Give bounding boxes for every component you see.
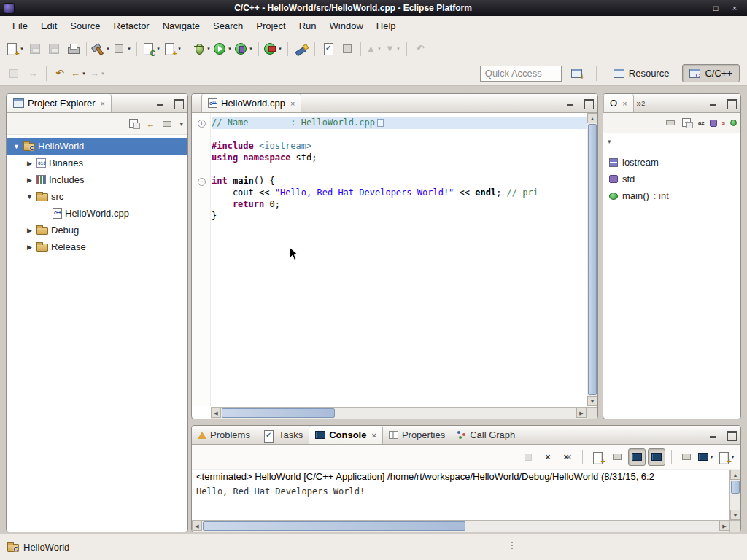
build-all-button[interactable]: ▾ bbox=[91, 39, 111, 58]
tree-item-src[interactable]: ▼ src bbox=[7, 188, 187, 205]
outline-item-iostream[interactable]: iostream bbox=[609, 154, 740, 171]
scroll-right-icon[interactable]: ▶ bbox=[576, 408, 587, 418]
run-button[interactable]: ▾ bbox=[213, 39, 233, 58]
window-maximize-button[interactable]: □ bbox=[711, 2, 721, 14]
tab-tasks[interactable]: Tasks bbox=[256, 426, 309, 444]
perspective-resource-button[interactable]: Resource bbox=[606, 64, 677, 82]
expander-icon[interactable]: ▼ bbox=[26, 193, 34, 201]
dropdown-caret-icon[interactable]: ▾ bbox=[227, 46, 233, 52]
open-perspective-button[interactable] bbox=[568, 64, 586, 83]
minimize-view-button[interactable] bbox=[708, 430, 719, 440]
dropdown-caret-icon[interactable]: ▾ bbox=[248, 46, 254, 52]
next-annotation-button[interactable]: ▼▾ bbox=[384, 39, 402, 58]
new-source-file-button[interactable]: ▾ bbox=[163, 39, 182, 58]
last-edit-location-nav-button[interactable]: ↶ bbox=[51, 64, 69, 83]
tree-item-release[interactable]: ▶ Release bbox=[7, 238, 187, 255]
save-all-button[interactable] bbox=[45, 39, 63, 58]
dropdown-caret-icon[interactable]: ▾ bbox=[81, 71, 87, 77]
scroll-right-icon[interactable]: ▶ bbox=[719, 521, 729, 531]
expander-icon[interactable]: ▼ bbox=[12, 143, 20, 150]
console-output[interactable]: Hello, Red Hat Developers World! bbox=[192, 484, 729, 520]
pin-editor-button[interactable] bbox=[5, 64, 23, 83]
scrollbar-thumb[interactable] bbox=[588, 124, 597, 395]
tab-helloworld-cpp[interactable]: HelloWorld.cpp × bbox=[201, 94, 301, 112]
menu-search[interactable]: Search bbox=[206, 18, 249, 34]
sort-icon[interactable]: az bbox=[698, 120, 704, 126]
dropdown-caret-icon[interactable]: ▾ bbox=[155, 46, 161, 52]
tab-overflow-button[interactable]: »2 bbox=[634, 94, 649, 112]
remove-launch-button[interactable]: × bbox=[539, 448, 557, 466]
perspective-cpp-button[interactable]: C/C++ bbox=[682, 64, 740, 82]
link-with-editor-icon[interactable]: ↔ bbox=[146, 119, 155, 129]
open-console-button[interactable]: ▾ bbox=[717, 448, 735, 466]
show-console-on-stdout-button[interactable] bbox=[628, 448, 646, 466]
dropdown-caret-icon[interactable]: ▾ bbox=[19, 46, 25, 52]
maximize-view-button[interactable] bbox=[726, 430, 737, 440]
tree-item-binaries[interactable]: ▶ Binaries bbox=[7, 155, 187, 171]
hide-non-public-icon[interactable] bbox=[730, 120, 737, 126]
dropdown-caret-icon[interactable]: ▾ bbox=[105, 46, 111, 52]
back-button[interactable]: ←▾ bbox=[70, 64, 88, 83]
tab-properties[interactable]: Properties bbox=[383, 426, 451, 444]
pin-console-button[interactable] bbox=[678, 448, 695, 466]
show-console-on-stderr-button[interactable] bbox=[648, 448, 665, 466]
scroll-left-icon[interactable]: ◀ bbox=[211, 408, 221, 418]
expander-icon[interactable]: ▶ bbox=[26, 176, 34, 184]
view-menu-icon[interactable]: ▾ bbox=[179, 120, 183, 128]
dropdown-caret-icon[interactable]: ▾ bbox=[100, 71, 106, 77]
menu-source[interactable]: Source bbox=[63, 18, 107, 34]
minimize-view-button[interactable] bbox=[565, 98, 576, 108]
scrollbar-thumb[interactable] bbox=[731, 481, 740, 494]
close-icon[interactable]: × bbox=[371, 431, 376, 440]
tree-item-helloworld[interactable]: ▼ HelloWorld bbox=[7, 138, 187, 155]
maximize-view-button[interactable] bbox=[726, 98, 737, 108]
bookmark-button[interactable] bbox=[338, 39, 356, 58]
tab-problems[interactable]: Problems bbox=[192, 426, 256, 444]
dropdown-caret-icon[interactable]: ▾ bbox=[126, 46, 132, 52]
build-config-button[interactable]: ▾ bbox=[112, 39, 132, 58]
save-button[interactable] bbox=[26, 39, 44, 58]
profile-button[interactable]: ▾ bbox=[234, 39, 254, 58]
tree-item-helloworld-cpp[interactable]: ▶ HelloWorld.cpp bbox=[7, 205, 187, 222]
open-task-button[interactable] bbox=[320, 39, 337, 58]
menu-edit[interactable]: Edit bbox=[34, 18, 63, 34]
search-button[interactable] bbox=[293, 39, 310, 58]
terminate-button[interactable] bbox=[519, 448, 537, 466]
clear-console-button[interactable] bbox=[589, 448, 606, 466]
menu-window[interactable]: Window bbox=[323, 18, 370, 34]
tree-item-debug[interactable]: ▶ Debug bbox=[7, 222, 187, 238]
dropdown-caret-icon[interactable]: ▾ bbox=[709, 454, 715, 460]
editor-horizontal-scrollbar[interactable]: ◀ ▶ bbox=[211, 407, 587, 419]
fold-expand-icon[interactable]: + bbox=[198, 120, 206, 128]
last-edit-location-button[interactable]: ↶ bbox=[411, 39, 429, 58]
scrollbar-thumb[interactable] bbox=[203, 521, 465, 531]
dropdown-caret-icon[interactable]: ▾ bbox=[395, 46, 401, 52]
close-icon[interactable]: × bbox=[290, 99, 295, 108]
expander-icon[interactable]: ▶ bbox=[26, 227, 34, 234]
scroll-up-icon[interactable]: ▲ bbox=[730, 470, 740, 480]
menu-file[interactable]: File bbox=[6, 18, 34, 34]
minimize-view-button[interactable] bbox=[708, 98, 719, 108]
focus-icon[interactable] bbox=[160, 119, 174, 129]
view-menu-icon[interactable]: ▾ bbox=[608, 138, 611, 145]
scroll-down-icon[interactable]: ▼ bbox=[587, 396, 597, 406]
focus-icon[interactable] bbox=[664, 118, 677, 128]
debug-button[interactable]: ▾ bbox=[192, 39, 212, 58]
forward-button[interactable]: →▾ bbox=[89, 64, 107, 83]
editor-vertical-scrollbar[interactable]: ▲ ▼ bbox=[587, 113, 597, 406]
tab-project-explorer[interactable]: Project Explorer × bbox=[7, 94, 112, 112]
code-editor[interactable]: + − // Name : HelloWorld.cpp #include <i… bbox=[192, 113, 587, 406]
outline-item-std[interactable]: std bbox=[609, 171, 740, 187]
menu-navigate[interactable]: Navigate bbox=[156, 18, 206, 34]
outline-item-main[interactable]: main() : int bbox=[609, 187, 740, 204]
dropdown-caret-icon[interactable]: ▾ bbox=[177, 46, 182, 52]
tab-call-graph[interactable]: Call Graph bbox=[451, 426, 521, 444]
fold-collapse-icon[interactable]: − bbox=[198, 178, 206, 186]
console-vertical-scrollbar[interactable]: ▲ ▼ bbox=[729, 470, 740, 520]
expander-icon[interactable]: ▶ bbox=[26, 244, 34, 251]
dropdown-caret-icon[interactable]: ▾ bbox=[376, 46, 382, 52]
scroll-lock-button[interactable] bbox=[608, 448, 626, 466]
menu-run[interactable]: Run bbox=[293, 18, 323, 34]
window-close-button[interactable]: × bbox=[729, 2, 740, 14]
tab-console[interactable]: Console × bbox=[309, 426, 383, 444]
